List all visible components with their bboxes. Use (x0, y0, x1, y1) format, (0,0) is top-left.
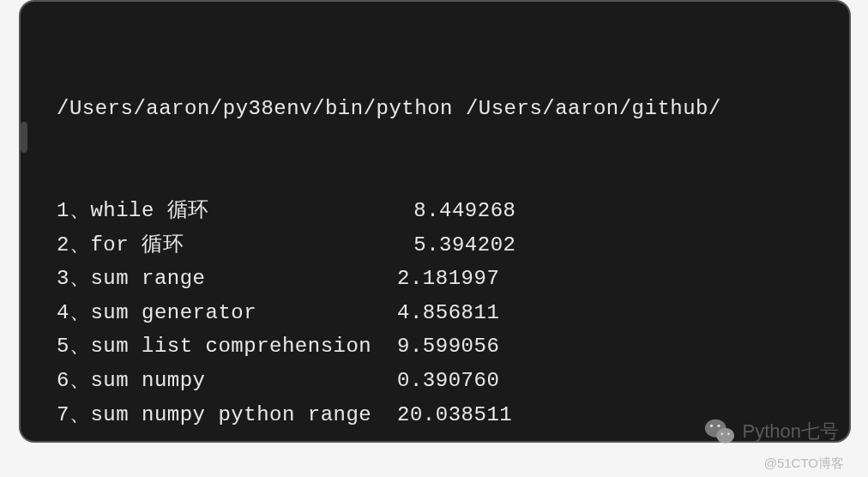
terminal-output: /Users/aaron/py38env/bin/python /Users/a… (57, 24, 849, 443)
svg-point-4 (720, 432, 723, 435)
svg-point-1 (716, 428, 734, 444)
wechat-watermark: Python七号 (703, 415, 840, 448)
cto-watermark: @51CTO博客 (764, 456, 844, 472)
terminal-window: /Users/aaron/py38env/bin/python /Users/a… (19, 0, 851, 443)
output-row: 5、sum list comprehension 9.599056 (57, 329, 849, 364)
scrollbar-thumb[interactable] (21, 122, 27, 153)
wechat-label: Python七号 (743, 419, 840, 444)
svg-point-5 (727, 432, 730, 435)
output-row: 4、sum generator 4.856811 (57, 296, 849, 330)
output-row: 3、sum range 2.181997 (57, 262, 849, 296)
command-line: /Users/aaron/py38env/bin/python /Users/a… (57, 92, 849, 126)
output-rows: 1、while 循环 8.4492682、for 循环 5.3942023、su… (57, 194, 849, 432)
output-row: 2、for 循环 5.394202 (57, 228, 849, 263)
svg-point-3 (717, 425, 720, 427)
output-row: 6、sum numpy 0.390760 (57, 364, 849, 398)
wechat-icon (703, 415, 736, 448)
svg-point-2 (709, 425, 712, 427)
output-row: 1、while 循环 8.449268 (57, 194, 849, 228)
